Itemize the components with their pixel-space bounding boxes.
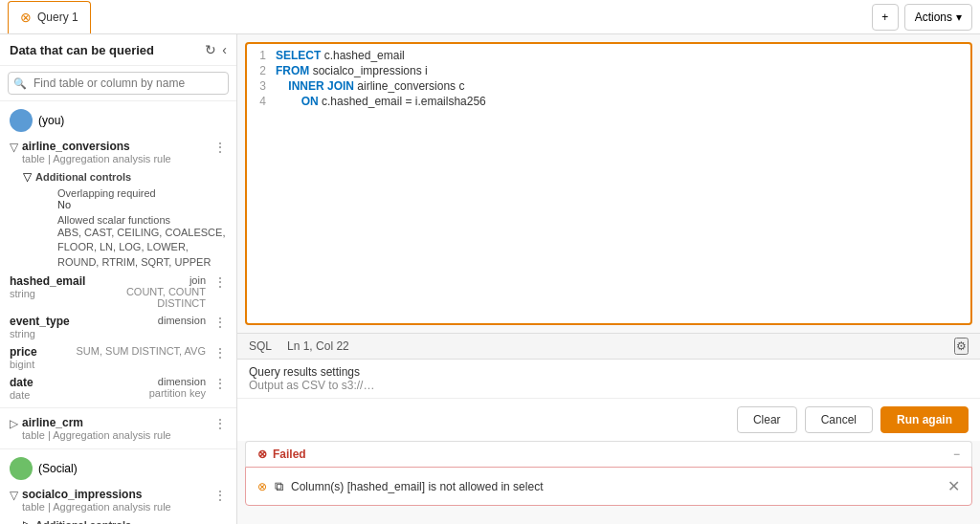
column-menu-event-type[interactable]: ⋮ (213, 315, 227, 330)
column-type-date: date (10, 389, 33, 401)
column-left-hashed-email: hashed_email string (10, 274, 85, 299)
query-editor[interactable]: 1 SELECT c.hashed_email 2 FROM socialco_… (245, 42, 972, 325)
table-menu-airline-conversions[interactable]: ⋮ (213, 140, 227, 155)
sidebar: Data that can be queried ↻ ‹ (you) ▽ (0, 34, 237, 524)
scalar-functions-label: Allowed scalar functions (57, 214, 227, 226)
social-label: (Social) (38, 462, 78, 475)
table-item-airline-crm[interactable]: ▷ airline_crm table | Aggregation analys… (0, 412, 236, 445)
editor-settings-icon[interactable]: ⚙ (954, 338, 969, 355)
overlapping-required-value: No (57, 199, 227, 210)
search-input[interactable] (8, 72, 229, 95)
column-name-event-type: event_type (10, 315, 70, 328)
line-code-2: FROM socialco_impressions i (276, 64, 428, 77)
tab-label: Query 1 (37, 11, 78, 24)
column-agg-price: SUM, SUM DISTINCT, AVG (77, 345, 206, 357)
column-type-price: bigint (10, 359, 37, 370)
add-query-button[interactable]: + (872, 4, 899, 31)
column-menu-hashed-email[interactable]: ⋮ (213, 274, 227, 290)
line-code-4: ON c.hashed_email = i.emailsha256 (276, 95, 486, 108)
error-msg-icon: ⊗ (257, 480, 267, 493)
line-num-3: 3 (247, 79, 276, 93)
search-box (0, 66, 236, 101)
table-name-socialco-impressions: socialco_impressions (22, 488, 171, 501)
social-user-row: (Social) (0, 453, 236, 484)
social-avatar (10, 457, 33, 480)
plus-icon: + (881, 11, 888, 24)
expand-icon[interactable]: ▽ (10, 141, 18, 154)
divider-2 (0, 448, 236, 449)
column-usage-hashed-email: join (85, 274, 206, 286)
column-name-price: price (10, 345, 37, 359)
run-again-button[interactable]: Run again (880, 406, 969, 433)
table-name-airline-crm: airline_crm (22, 416, 171, 429)
actions-button[interactable]: Actions ▾ (904, 4, 972, 31)
editor-line-3: 3 INNER JOIN airline_conversions c (247, 78, 970, 94)
results-settings-label: Query results settings (249, 365, 360, 379)
social-controls-label: Additional controls (35, 519, 131, 524)
cursor-position: Ln 1, Col 22 (287, 339, 349, 353)
actions-label: Actions (915, 11, 952, 24)
error-close-button[interactable]: ✕ (947, 477, 960, 495)
table-item-airline-conversions[interactable]: ▽ airline_conversions table | Aggregatio… (0, 136, 236, 168)
you-avatar (10, 109, 33, 132)
clear-button[interactable]: Clear (737, 406, 797, 433)
editor-line-4: 4 ON c.hashed_email = i.emailsha256 (247, 94, 970, 109)
results-settings: Query results settings Output as CSV to … (237, 360, 980, 399)
column-right-hashed-email: join COUNT, COUNT DISTINCT (85, 274, 206, 309)
column-name-date: date (10, 376, 33, 389)
you-label: (you) (38, 114, 64, 127)
line-code-3: INNER JOIN airline_conversions c (276, 79, 464, 93)
column-menu-date[interactable]: ⋮ (213, 376, 227, 391)
table-meta-airline-conversions: table | Aggregation analysis rule (22, 153, 171, 164)
table-meta-airline-crm: table | Aggregation analysis rule (22, 429, 171, 441)
refresh-icon[interactable]: ↻ (205, 42, 216, 57)
table-name-airline-conversions: airline_conversions (22, 140, 171, 153)
expand-icon-social[interactable]: ▽ (10, 489, 18, 502)
top-bar-actions: + Actions ▾ (872, 4, 972, 31)
divider-1 (0, 407, 236, 408)
additional-controls-section: ▽ Additional controls Overlapping requir… (0, 168, 236, 272)
column-partition-date: partition key (149, 387, 206, 399)
error-title: ⊗ Failed (257, 448, 306, 461)
table-menu-airline-crm[interactable]: ⋮ (213, 416, 227, 431)
status-left: SQL Ln 1, Col 22 (249, 339, 349, 353)
expand-icon-crm[interactable]: ▷ (10, 417, 18, 430)
results-settings-value: Output as CSV to s3://… (249, 379, 374, 392)
error-message: ⊗ ⧉ Column(s) [hashed_email] is not allo… (257, 479, 543, 494)
column-item-date: date date dimension partition key ⋮ (0, 373, 236, 404)
error-collapse-icon[interactable]: − (953, 448, 960, 461)
column-usage-event-type: dimension (158, 315, 206, 326)
column-menu-price[interactable]: ⋮ (213, 345, 227, 360)
table-item-socialco-impressions[interactable]: ▽ socialco_impressions table | Aggregati… (0, 484, 236, 516)
sidebar-title: Data that can be queried (10, 43, 154, 57)
main-layout: Data that can be queried ↻ ‹ (you) ▽ (0, 34, 980, 524)
sidebar-header-icons: ↻ ‹ (205, 42, 227, 57)
column-name-hashed-email: hashed_email (10, 274, 85, 288)
sidebar-header: Data that can be queried ↻ ‹ (0, 34, 236, 66)
column-type-event-type: string (10, 328, 70, 339)
action-row: Clear Cancel Run again (237, 399, 980, 441)
error-status-label: Failed (273, 448, 306, 461)
error-section: ⊗ Failed − ⊗ ⧉ Column(s) [hashed_email] … (245, 441, 972, 506)
column-usage-date: dimension (149, 376, 206, 387)
sidebar-content: (you) ▽ airline_conversions table | Aggr… (0, 101, 236, 524)
editor-line-2: 2 FROM socialco_impressions i (247, 63, 970, 78)
overlapping-required-label: Overlapping required (57, 187, 227, 199)
error-body: ⊗ ⧉ Column(s) [hashed_email] is not allo… (245, 467, 972, 506)
scalar-functions-value: ABS, CAST, CEILING, COALESCE, FLOOR, LN,… (57, 226, 227, 270)
cancel-button[interactable]: Cancel (805, 406, 873, 433)
table-menu-socialco-impressions[interactable]: ⋮ (213, 488, 227, 503)
social-controls-expand-icon[interactable]: ▷ (23, 518, 32, 524)
scalar-functions: Allowed scalar functions ABS, CAST, CEIL… (23, 212, 236, 272)
editor-lines: 1 SELECT c.hashed_email 2 FROM socialco_… (247, 44, 970, 113)
editor-language: SQL (249, 339, 272, 353)
error-message-text: Column(s) [hashed_email] is not allowed … (291, 480, 543, 493)
query-tab[interactable]: ⊗ Query 1 (8, 1, 91, 33)
line-num-4: 4 (247, 95, 276, 108)
collapse-icon[interactable]: ‹ (222, 42, 227, 57)
table-meta-socialco-impressions: table | Aggregation analysis rule (22, 501, 171, 513)
error-header: ⊗ Failed − (245, 441, 972, 467)
column-item-price: price bigint SUM, SUM DISTINCT, AVG ⋮ (0, 342, 236, 373)
controls-expand-icon[interactable]: ▽ (23, 170, 32, 184)
line-code-1: SELECT c.hashed_email (276, 49, 405, 62)
